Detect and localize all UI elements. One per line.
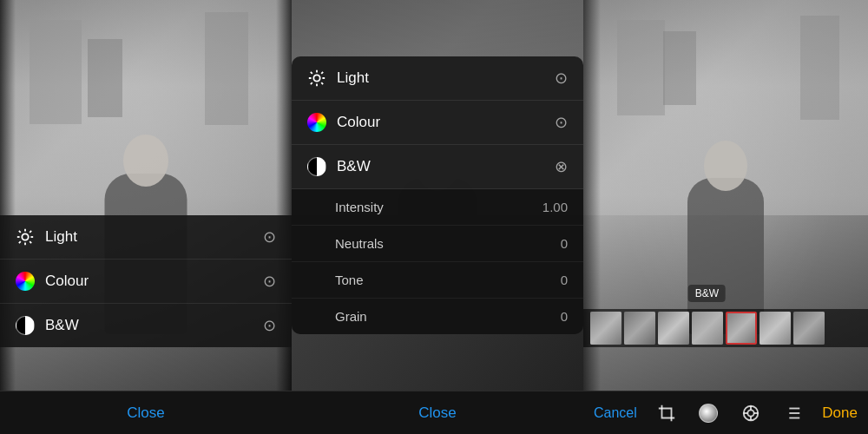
svg-line-17 xyxy=(321,72,323,74)
left-bw-chevron: ⊙ xyxy=(263,316,276,335)
neutrals-value: 0 xyxy=(561,236,568,251)
bottom-right-section: Cancel xyxy=(583,401,868,425)
film-frame-7[interactable] xyxy=(793,312,825,345)
crop-icon[interactable] xyxy=(654,401,679,425)
film-frame-3[interactable] xyxy=(658,312,689,345)
center-halfcircle-icon xyxy=(307,157,326,176)
bw-subitem-tone[interactable]: Tone 0 xyxy=(292,262,583,299)
bw-subitem-neutrals[interactable]: Neutrals 0 xyxy=(292,226,583,262)
main-area: Light ⊙ Colour ⊙ B&W ⊙ xyxy=(0,0,868,391)
intensity-value: 1.00 xyxy=(542,200,568,214)
svg-point-19 xyxy=(747,410,753,416)
left-close-button[interactable]: Close xyxy=(116,399,174,427)
left-light-label: Light xyxy=(45,228,77,246)
filter-icon[interactable] xyxy=(739,401,763,425)
left-menu-item-light[interactable]: Light ⊙ xyxy=(0,215,292,260)
bw-subitem-grain[interactable]: Grain 0 xyxy=(292,299,583,334)
left-menu: Light ⊙ Colour ⊙ B&W ⊙ xyxy=(0,215,292,347)
center-color-icon xyxy=(307,113,326,132)
svg-line-8 xyxy=(30,231,31,233)
bw-badge: B&W xyxy=(688,285,726,302)
center-close-button[interactable]: Close xyxy=(408,399,466,427)
center-colour-label: Colour xyxy=(337,114,380,131)
grain-label: Grain xyxy=(335,309,367,324)
intensity-label: Intensity xyxy=(335,200,384,214)
svg-line-6 xyxy=(30,241,31,243)
sun-icon xyxy=(16,227,35,247)
left-menu-item-bw[interactable]: B&W ⊙ xyxy=(0,304,292,347)
film-frame-1[interactable] xyxy=(590,312,621,345)
center-menu-item-light[interactable]: Light ⊙ xyxy=(292,56,583,101)
center-colour-chevron: ⊙ xyxy=(555,113,568,132)
tone-label: Tone xyxy=(335,273,364,287)
left-colour-label: Colour xyxy=(45,273,89,290)
svg-line-14 xyxy=(311,72,312,74)
left-light-chevron: ⊙ xyxy=(263,227,276,247)
svg-line-16 xyxy=(311,82,312,84)
left-menu-item-colour[interactable]: Colour ⊙ xyxy=(0,260,292,304)
film-frame-4[interactable] xyxy=(692,312,723,345)
center-sun-icon xyxy=(307,69,326,88)
svg-line-7 xyxy=(19,241,21,243)
bottom-center-section: Close xyxy=(292,399,583,427)
center-bw-chevron-up: ⊗ xyxy=(555,157,568,176)
center-panel: Light ⊙ Colour ⊙ B&W ⊗ xyxy=(292,0,583,391)
svg-line-15 xyxy=(321,82,323,84)
center-light-chevron: ⊙ xyxy=(555,69,568,88)
center-light-label: Light xyxy=(337,69,369,87)
list-icon[interactable] xyxy=(780,401,805,425)
svg-point-0 xyxy=(22,233,28,240)
bottom-left-section: Close xyxy=(0,399,292,427)
left-colour-chevron: ⊙ xyxy=(263,272,276,291)
left-panel: Light ⊙ Colour ⊙ B&W ⊙ xyxy=(0,0,292,391)
brightness-slider-icon[interactable] xyxy=(696,401,720,425)
film-frame-2[interactable] xyxy=(624,312,655,345)
right-panel: B&W xyxy=(583,0,868,391)
film-frame-5-active[interactable] xyxy=(726,312,757,345)
left-bw-label: B&W xyxy=(45,317,79,334)
done-button[interactable]: Done xyxy=(822,404,858,422)
film-frame-6[interactable] xyxy=(760,312,791,345)
color-circle-icon xyxy=(16,272,35,291)
filmstrip xyxy=(583,309,868,347)
bw-subitem-intensity[interactable]: Intensity 1.00 xyxy=(292,189,583,226)
center-menu-item-colour[interactable]: Colour ⊙ xyxy=(292,101,583,145)
center-menu-item-bw[interactable]: B&W ⊗ xyxy=(292,145,583,189)
halfcircle-icon xyxy=(16,316,35,335)
grain-value: 0 xyxy=(561,309,568,324)
bottom-bar: Close Close Cancel xyxy=(0,391,868,434)
tone-value: 0 xyxy=(561,273,568,287)
filmstrip-frames xyxy=(590,309,825,347)
neutrals-label: Neutrals xyxy=(335,236,384,251)
bw-badge-area: B&W xyxy=(707,285,744,302)
center-menu: Light ⊙ Colour ⊙ B&W ⊗ xyxy=(292,56,583,334)
cancel-button[interactable]: Cancel xyxy=(594,405,637,421)
center-bw-label: B&W xyxy=(337,158,371,175)
svg-point-9 xyxy=(313,75,319,81)
svg-line-5 xyxy=(19,231,21,233)
